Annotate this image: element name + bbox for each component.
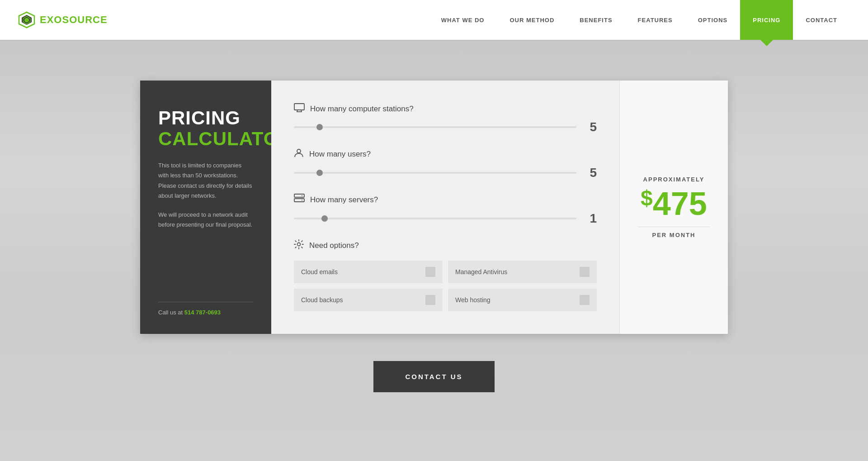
- logo-icon: [18, 11, 35, 29]
- gear-icon: [294, 239, 304, 252]
- option-cloud-backups-label: Cloud backups: [301, 296, 343, 304]
- main-nav: WHAT WE DO OUR METHOD BENEFITS FEATURES …: [429, 0, 850, 40]
- svg-rect-9: [294, 194, 304, 197]
- nav-contact[interactable]: CONTACT: [793, 0, 850, 40]
- call-label: Call us at: [158, 309, 184, 316]
- slider-label-servers: How many servers?: [294, 194, 597, 206]
- calc-middle-panel: How many computer stations? 5 How: [271, 81, 619, 334]
- option-cloud-emails-label: Cloud emails: [301, 268, 338, 276]
- option-web-hosting[interactable]: Web hosting: [448, 289, 597, 311]
- option-managed-antivirus-checkbox[interactable]: [580, 267, 590, 277]
- price-value: 475: [653, 185, 707, 222]
- label-users: How many users?: [309, 150, 371, 159]
- svg-point-8: [297, 149, 301, 153]
- price-display: $475: [641, 187, 707, 220]
- svg-point-13: [297, 243, 301, 246]
- options-grid: Cloud emails Managed Antivirus Cloud bac…: [294, 261, 597, 311]
- options-label: Need options?: [294, 239, 597, 252]
- contact-us-button[interactable]: CONTACT US: [373, 361, 494, 392]
- slider-computers-input[interactable]: [294, 126, 576, 128]
- calc-desc2: We will proceed to a network audit befor…: [158, 210, 253, 230]
- computer-icon: [294, 103, 305, 114]
- option-web-hosting-checkbox[interactable]: [580, 295, 590, 305]
- calc-title-white: PRICING: [158, 108, 253, 128]
- calc-left-panel: PRICING CALCULATOR This tool is limited …: [140, 81, 271, 334]
- logo-source: SOURCE: [62, 14, 107, 25]
- slider-users: How many users? 5: [294, 148, 597, 180]
- calc-title-green: CALCULATOR: [158, 128, 253, 149]
- slider-computer-stations: How many computer stations? 5: [294, 103, 597, 134]
- label-servers: How many servers?: [310, 195, 378, 204]
- logo-text: EXOSOURCE: [40, 14, 108, 26]
- option-managed-antivirus-label: Managed Antivirus: [455, 268, 507, 276]
- header: EXOSOURCE WHAT WE DO OUR METHOD BENEFITS…: [0, 0, 868, 40]
- server-icon: [294, 194, 305, 206]
- nav-benefits[interactable]: BENEFITS: [567, 0, 625, 40]
- svg-point-11: [302, 195, 302, 196]
- nav-what-we-do[interactable]: WHAT WE DO: [429, 0, 497, 40]
- option-cloud-backups-checkbox[interactable]: [425, 295, 435, 305]
- calc-desc1: This tool is limited to companies with l…: [158, 161, 253, 200]
- options-title: Need options?: [309, 241, 359, 250]
- svg-point-12: [302, 200, 302, 201]
- option-cloud-emails[interactable]: Cloud emails: [294, 261, 443, 283]
- nav-our-method[interactable]: OUR METHOD: [497, 0, 567, 40]
- calc-divider: [158, 302, 253, 302]
- slider-computers-value: 5: [583, 120, 597, 134]
- svg-rect-4: [294, 104, 304, 110]
- price-dollar-sign: $: [641, 186, 653, 210]
- per-month-divider: [638, 227, 710, 227]
- option-cloud-backups[interactable]: Cloud backups: [294, 289, 443, 311]
- slider-wrapper-computers: 5: [294, 120, 597, 134]
- option-managed-antivirus[interactable]: Managed Antivirus: [448, 261, 597, 283]
- option-cloud-emails-checkbox[interactable]: [425, 267, 435, 277]
- slider-label-computers: How many computer stations?: [294, 103, 597, 114]
- phone-number: 514 787-0693: [184, 309, 221, 316]
- logo: EXOSOURCE: [18, 11, 108, 29]
- slider-servers-input[interactable]: [294, 218, 576, 219]
- calculator-card: PRICING CALCULATOR This tool is limited …: [140, 81, 728, 334]
- option-web-hosting-label: Web hosting: [455, 296, 491, 304]
- contact-section: CONTACT US: [373, 361, 494, 392]
- slider-label-users: How many users?: [294, 148, 597, 160]
- main-background: PRICING CALCULATOR This tool is limited …: [0, 40, 868, 461]
- nav-options[interactable]: OPTIONS: [685, 0, 741, 40]
- user-icon: [294, 148, 304, 160]
- slider-servers: How many servers? 1: [294, 194, 597, 226]
- nav-pricing[interactable]: PRICING: [740, 0, 793, 40]
- slider-users-input[interactable]: [294, 172, 576, 174]
- svg-rect-10: [294, 199, 304, 202]
- call-text: Call us at 514 787-0693: [158, 309, 253, 316]
- slider-wrapper-servers: 1: [294, 211, 597, 226]
- slider-servers-value: 1: [583, 211, 597, 226]
- options-section: Need options? Cloud emails Managed Antiv…: [294, 239, 597, 311]
- slider-wrapper-users: 5: [294, 166, 597, 180]
- per-month-label: PER MONTH: [652, 232, 696, 238]
- calc-right-panel: APPROXIMATELY $475 PER MONTH: [619, 81, 728, 334]
- approximately-label: APPROXIMATELY: [643, 176, 705, 183]
- label-computer-stations: How many computer stations?: [310, 105, 414, 114]
- nav-features[interactable]: FEATURES: [625, 0, 685, 40]
- logo-ex: EXO: [40, 14, 62, 25]
- slider-users-value: 5: [583, 166, 597, 180]
